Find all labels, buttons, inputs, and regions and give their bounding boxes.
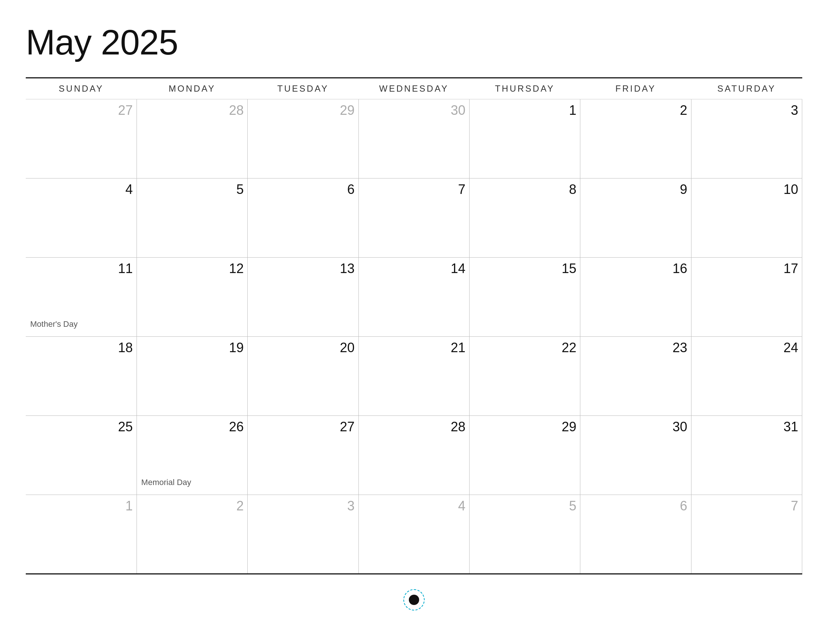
calendar-cell-23[interactable]: 23 <box>580 337 691 416</box>
day-number: 29 <box>473 419 576 435</box>
day-header-sunday: SUNDAY <box>26 78 136 99</box>
day-number: 10 <box>695 182 798 197</box>
day-number: 7 <box>695 498 798 514</box>
week-row-4: 18192021222324 <box>26 337 802 416</box>
calendar-cell-7-other[interactable]: 7 <box>691 495 802 574</box>
calendar-cell-29-other[interactable]: 29 <box>248 99 358 179</box>
calendar-cell-18[interactable]: 18 <box>26 337 136 416</box>
day-header-saturday: SATURDAY <box>691 78 802 99</box>
week-row-5: 2526Memorial Day2728293031 <box>26 416 802 495</box>
calendar-cell-28-other[interactable]: 28 <box>136 99 247 179</box>
day-header-tuesday: TUESDAY <box>248 78 358 99</box>
calendar-cell-28[interactable]: 28 <box>358 416 469 495</box>
calendar-cell-2[interactable]: 2 <box>580 99 691 179</box>
calendar-cell-1-other[interactable]: 1 <box>26 495 136 574</box>
calendar-cell-20[interactable]: 20 <box>248 337 358 416</box>
calendar-cell-5[interactable]: 5 <box>136 179 247 258</box>
calendar-cell-4-other[interactable]: 4 <box>358 495 469 574</box>
day-number: 3 <box>695 102 798 118</box>
day-header-friday: FRIDAY <box>580 78 691 99</box>
day-number: 6 <box>584 498 687 514</box>
day-number: 13 <box>251 260 354 276</box>
day-number: 8 <box>473 182 576 197</box>
day-number: 22 <box>473 340 576 356</box>
day-number: 28 <box>141 102 244 118</box>
day-number: 28 <box>362 419 466 435</box>
calendar-cell-7[interactable]: 7 <box>358 179 469 258</box>
day-number: 21 <box>362 340 466 356</box>
calendar-container: May 2025 SUNDAYMONDAYTUESDAYWEDNESDAYTHU… <box>0 0 828 589</box>
day-number: 3 <box>251 498 354 514</box>
calendar-cell-21[interactable]: 21 <box>358 337 469 416</box>
calendar-cell-25[interactable]: 25 <box>26 416 136 495</box>
day-number: 27 <box>251 419 354 435</box>
event-label: Memorial Day <box>141 478 191 487</box>
calendar-cell-10[interactable]: 10 <box>691 179 802 258</box>
week-row-1: 27282930123 <box>26 99 802 179</box>
day-number: 25 <box>30 419 133 435</box>
day-number: 14 <box>362 260 466 276</box>
day-number: 18 <box>30 340 133 356</box>
calendar-cell-6[interactable]: 6 <box>248 179 358 258</box>
day-number: 31 <box>695 419 798 435</box>
calendar-cell-14[interactable]: 14 <box>358 258 469 337</box>
calendar-cell-3-other[interactable]: 3 <box>248 495 358 574</box>
calendar-cell-30-other[interactable]: 30 <box>358 99 469 179</box>
day-number: 2 <box>584 102 687 118</box>
day-number: 1 <box>30 498 133 514</box>
day-number: 4 <box>30 182 133 197</box>
calendar-cell-29[interactable]: 29 <box>469 416 580 495</box>
week-row-3: 11Mother's Day121314151617 <box>26 258 802 337</box>
calendar-cell-8[interactable]: 8 <box>469 179 580 258</box>
calendar-cell-30[interactable]: 30 <box>580 416 691 495</box>
calendar-cell-17[interactable]: 17 <box>691 258 802 337</box>
calendar-cell-31[interactable]: 31 <box>691 416 802 495</box>
calendar-cell-11[interactable]: 11Mother's Day <box>26 258 136 337</box>
day-number: 9 <box>584 182 687 197</box>
day-number: 30 <box>362 102 466 118</box>
calendar-cell-27[interactable]: 27 <box>248 416 358 495</box>
cursor-outer-ring <box>403 589 425 611</box>
calendar-cell-4[interactable]: 4 <box>26 179 136 258</box>
calendar-cell-15[interactable]: 15 <box>469 258 580 337</box>
calendar-cell-27-other[interactable]: 27 <box>26 99 136 179</box>
event-label: Mother's Day <box>30 320 78 329</box>
calendar-cell-2-other[interactable]: 2 <box>136 495 247 574</box>
calendar-cell-26[interactable]: 26Memorial Day <box>136 416 247 495</box>
calendar-cell-24[interactable]: 24 <box>691 337 802 416</box>
day-number: 6 <box>251 182 354 197</box>
day-number: 23 <box>584 340 687 356</box>
week-row-6: 1234567 <box>26 495 802 574</box>
calendar-cell-13[interactable]: 13 <box>248 258 358 337</box>
day-number: 12 <box>141 260 244 276</box>
calendar-cell-16[interactable]: 16 <box>580 258 691 337</box>
calendar-cell-5-other[interactable]: 5 <box>469 495 580 574</box>
day-number: 15 <box>473 260 576 276</box>
week-row-2: 45678910 <box>26 179 802 258</box>
calendar-cell-19[interactable]: 19 <box>136 337 247 416</box>
day-number: 26 <box>141 419 244 435</box>
day-number: 20 <box>251 340 354 356</box>
cursor-indicator <box>403 589 425 611</box>
day-number: 24 <box>695 340 798 356</box>
calendar-cell-1[interactable]: 1 <box>469 99 580 179</box>
calendar-cell-9[interactable]: 9 <box>580 179 691 258</box>
day-number: 7 <box>362 182 466 197</box>
day-number: 16 <box>584 260 687 276</box>
day-number: 30 <box>584 419 687 435</box>
header-row: SUNDAYMONDAYTUESDAYWEDNESDAYTHURSDAYFRID… <box>26 78 802 99</box>
day-number: 27 <box>30 102 133 118</box>
day-number: 11 <box>30 260 133 276</box>
day-number: 1 <box>473 102 576 118</box>
day-number: 4 <box>362 498 466 514</box>
day-number: 5 <box>141 182 244 197</box>
calendar-cell-22[interactable]: 22 <box>469 337 580 416</box>
day-number: 17 <box>695 260 798 276</box>
calendar-cell-6-other[interactable]: 6 <box>580 495 691 574</box>
day-number: 19 <box>141 340 244 356</box>
day-number: 29 <box>251 102 354 118</box>
day-number: 5 <box>473 498 576 514</box>
calendar-cell-12[interactable]: 12 <box>136 258 247 337</box>
day-header-thursday: THURSDAY <box>469 78 580 99</box>
calendar-cell-3[interactable]: 3 <box>691 99 802 179</box>
